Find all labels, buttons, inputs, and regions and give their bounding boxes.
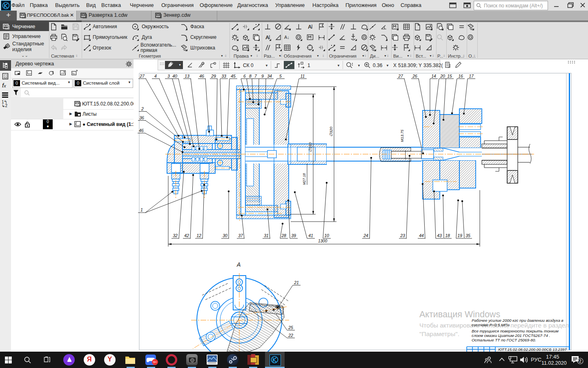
svg-text:11: 11 xyxy=(301,74,305,79)
svg-text:Остальные ТТ по ГОСТ 25069-80.: Остальные ТТ по ГОСТ 25069-80. xyxy=(472,338,536,342)
svg-text:26: 26 xyxy=(412,74,417,79)
svg-text:39: 39 xyxy=(291,233,296,238)
svg-text:12: 12 xyxy=(196,233,201,238)
svg-text:2: 2 xyxy=(141,106,144,111)
svg-text:34: 34 xyxy=(267,74,272,79)
svg-text:слоем смазки Циатим-201 ГОСТ62: слоем смазки Циатим-201 ГОСТ6267-74 . xyxy=(472,333,550,338)
svg-text:37: 37 xyxy=(238,233,243,238)
svg-text:Рабочее усилие 2000 кгс при да: Рабочее усилие 2000 кгс при давлении воз… xyxy=(472,318,564,323)
svg-text:35: 35 xyxy=(466,233,470,238)
svg-text:19: 19 xyxy=(457,233,462,238)
svg-text:2: 2 xyxy=(579,359,581,364)
svg-text:17: 17 xyxy=(469,74,474,79)
svg-text:6: 6 xyxy=(243,74,246,79)
svg-text:8: 8 xyxy=(249,74,252,79)
svg-text:5: 5 xyxy=(279,74,282,79)
svg-text:3: 3 xyxy=(167,74,170,79)
svg-text:32: 32 xyxy=(173,233,178,238)
svg-text:23: 23 xyxy=(400,233,405,238)
svg-text:системе Р=0.5 МПа: системе Р=0.5 МПа xyxy=(472,323,510,327)
svg-text:Все трущиеся поверхности по: Все трущиеся поверхности покрыть тонким xyxy=(472,329,559,333)
svg-text:A↓: A↓ xyxy=(284,35,290,40)
svg-text:М13.75: М13.75 xyxy=(400,129,404,142)
svg-text:М27.18: М27.18 xyxy=(302,173,306,185)
svg-text:27: 27 xyxy=(398,74,403,79)
svg-text:1300: 1300 xyxy=(318,239,327,243)
svg-text:1: 1 xyxy=(140,207,143,212)
svg-text:43: 43 xyxy=(437,233,442,238)
svg-text:45: 45 xyxy=(231,74,236,79)
svg-text:4: 4 xyxy=(154,74,157,79)
svg-text:46: 46 xyxy=(139,128,144,133)
svg-text:A: A xyxy=(308,24,312,30)
svg-text:24: 24 xyxy=(363,233,368,238)
svg-text:9: 9 xyxy=(261,74,264,79)
svg-text:∅150: ∅150 xyxy=(308,142,312,152)
svg-text:31: 31 xyxy=(264,233,269,238)
svg-text:21: 21 xyxy=(294,280,299,285)
svg-text:15: 15 xyxy=(447,74,452,79)
svg-text:А: А xyxy=(236,261,241,268)
svg-text:16: 16 xyxy=(458,74,463,79)
svg-text:10: 10 xyxy=(324,233,329,238)
svg-text:18: 18 xyxy=(445,233,450,238)
svg-text:29: 29 xyxy=(211,74,216,79)
svg-text:28: 28 xyxy=(281,233,286,238)
svg-text:"Параметры".: "Параметры". xyxy=(419,330,459,337)
svg-text:22: 22 xyxy=(288,333,293,338)
svg-text:25: 25 xyxy=(288,325,293,330)
svg-text:ЮТТ.15.02.08.02.200.00.00СБ 1: ЮТТ.15.02.08.02.200.00.00СБ 13.2397 xyxy=(498,347,567,352)
svg-text:13: 13 xyxy=(185,74,189,79)
svg-text:∅320: ∅320 xyxy=(329,126,333,137)
svg-text:44: 44 xyxy=(419,233,424,238)
svg-text:20: 20 xyxy=(440,74,445,79)
svg-text:46: 46 xyxy=(199,74,204,79)
svg-text:36: 36 xyxy=(139,115,144,120)
svg-text:33: 33 xyxy=(221,74,226,79)
svg-text:27: 27 xyxy=(139,74,145,79)
svg-text:41: 41 xyxy=(308,233,313,238)
svg-text:30: 30 xyxy=(223,233,227,238)
svg-text:40: 40 xyxy=(172,74,177,79)
svg-text:14: 14 xyxy=(431,74,436,79)
svg-text:42: 42 xyxy=(184,233,189,238)
